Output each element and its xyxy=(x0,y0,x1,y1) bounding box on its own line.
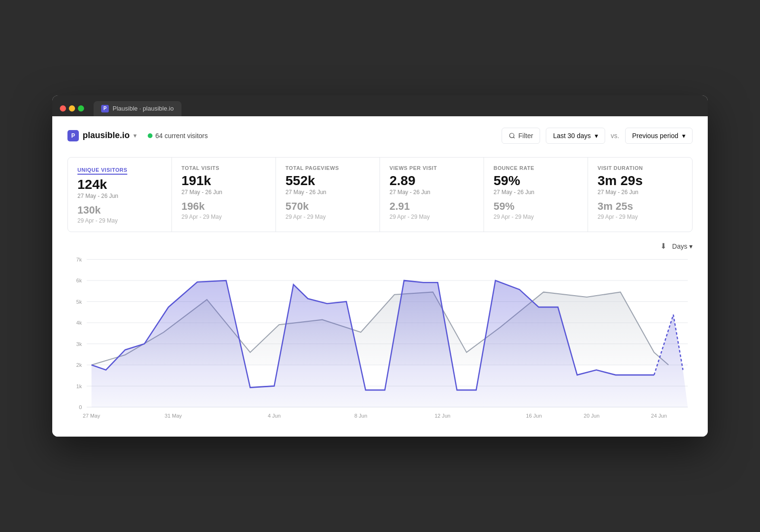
site-dropdown-chevron[interactable]: ▾ xyxy=(133,132,136,139)
site-name: plausible.io xyxy=(83,131,130,140)
stat-value-total-visits: 191k xyxy=(181,174,266,188)
comparison-chevron: ▾ xyxy=(682,132,685,140)
minimize-button[interactable] xyxy=(69,105,75,112)
comparison-dropdown[interactable]: Previous period ▾ xyxy=(625,128,693,144)
browser-window: P Plausible · plausible.io P plausible.i… xyxy=(52,95,708,437)
browser-chrome: P Plausible · plausible.io xyxy=(52,95,708,116)
traffic-lights xyxy=(60,105,84,112)
visitors-chart: 7k 6k 5k 4k 3k 2k 1k 0 xyxy=(67,254,693,425)
granularity-label: Days xyxy=(672,243,687,250)
stat-card-total-pageviews[interactable]: TOTAL PAGEVIEWS 552k 27 May - 26 Jun 570… xyxy=(276,158,380,232)
stat-prev-value-unique-visitors: 130k xyxy=(77,204,162,216)
logo-icon: P xyxy=(67,130,79,141)
stat-prev-value-visit-duration: 3m 25s xyxy=(598,200,683,213)
stat-label-unique-visitors: UNIQUE VISITORS xyxy=(77,167,127,175)
stats-grid: UNIQUE VISITORS 124k 27 May - 26 Jun 130… xyxy=(67,157,693,233)
svg-text:5k: 5k xyxy=(76,299,82,305)
stat-period-visit-duration: 27 May - 26 Jun xyxy=(598,189,683,196)
date-range-label: Last 30 days xyxy=(553,132,590,140)
svg-text:24 Jun: 24 Jun xyxy=(651,413,666,419)
stat-value-visit-duration: 3m 29s xyxy=(598,174,683,188)
stat-prev-period-unique-visitors: 29 Apr - 29 May xyxy=(77,217,162,224)
svg-line-1 xyxy=(513,137,515,138)
filter-label: Filter xyxy=(518,132,533,140)
chart-controls: ⬇ Days ▾ xyxy=(67,242,693,251)
header-controls: Filter Last 30 days ▾ vs. Previous perio… xyxy=(502,128,693,144)
svg-text:6k: 6k xyxy=(76,278,82,283)
stat-prev-value-total-visits: 196k xyxy=(181,200,266,213)
svg-text:27 May: 27 May xyxy=(83,413,100,419)
stat-prev-value-views-per-visit: 2.91 xyxy=(390,200,474,213)
granularity-chevron: ▾ xyxy=(689,243,693,250)
comparison-label: Previous period xyxy=(632,132,678,140)
svg-text:8 Jun: 8 Jun xyxy=(354,413,367,419)
stat-card-visit-duration[interactable]: VISIT DURATION 3m 29s 27 May - 26 Jun 3m… xyxy=(588,158,692,232)
svg-text:1k: 1k xyxy=(76,383,82,389)
stat-prev-value-bounce-rate: 59% xyxy=(494,200,578,213)
stat-label-bounce-rate: BOUNCE RATE xyxy=(494,165,578,171)
live-dot xyxy=(148,133,152,138)
stat-period-total-pageviews: 27 May - 26 Jun xyxy=(285,189,370,196)
date-range-chevron: ▾ xyxy=(595,132,598,140)
filter-button[interactable]: Filter xyxy=(502,128,540,144)
close-button[interactable] xyxy=(60,105,66,112)
current-visitors: 64 current visitors xyxy=(148,132,208,140)
search-icon xyxy=(509,132,515,139)
stat-label-visit-duration: VISIT DURATION xyxy=(598,165,683,171)
svg-text:2k: 2k xyxy=(76,362,82,368)
stat-prev-period-total-pageviews: 29 Apr - 29 May xyxy=(285,214,370,220)
svg-point-0 xyxy=(510,133,514,137)
svg-text:4k: 4k xyxy=(76,320,82,326)
stat-prev-period-total-visits: 29 Apr - 29 May xyxy=(181,214,266,220)
stat-period-views-per-visit: 27 May - 26 Jun xyxy=(390,189,474,196)
stat-value-views-per-visit: 2.89 xyxy=(390,174,474,188)
svg-text:12 Jun: 12 Jun xyxy=(435,413,450,419)
tab-favicon: P xyxy=(101,105,109,112)
stat-period-unique-visitors: 27 May - 26 Jun xyxy=(77,193,162,199)
granularity-dropdown[interactable]: Days ▾ xyxy=(672,243,693,250)
active-tab[interactable]: P Plausible · plausible.io xyxy=(94,101,181,116)
date-range-dropdown[interactable]: Last 30 days ▾ xyxy=(546,128,605,144)
svg-text:0: 0 xyxy=(79,404,82,410)
site-logo[interactable]: P plausible.io ▾ xyxy=(67,130,136,141)
stat-card-unique-visitors[interactable]: UNIQUE VISITORS 124k 27 May - 26 Jun 130… xyxy=(68,158,172,232)
stat-value-bounce-rate: 59% xyxy=(494,174,578,188)
stat-label-total-visits: TOTAL VISITS xyxy=(181,165,266,171)
stat-prev-period-views-per-visit: 29 Apr - 29 May xyxy=(390,214,474,220)
stat-label-total-pageviews: TOTAL PAGEVIEWS xyxy=(285,165,370,171)
svg-text:20 Jun: 20 Jun xyxy=(584,413,599,419)
svg-text:31 May: 31 May xyxy=(164,413,182,419)
stat-card-total-visits[interactable]: TOTAL VISITS 191k 27 May - 26 Jun 196k 2… xyxy=(172,158,276,232)
svg-text:7k: 7k xyxy=(76,257,82,262)
stat-period-bounce-rate: 27 May - 26 Jun xyxy=(494,189,578,196)
stat-label-views-per-visit: VIEWS PER VISIT xyxy=(390,165,474,171)
svg-text:3k: 3k xyxy=(76,341,82,347)
svg-text:4 Jun: 4 Jun xyxy=(268,413,281,419)
stat-prev-period-bounce-rate: 29 Apr - 29 May xyxy=(494,214,578,220)
visitors-count: 64 current visitors xyxy=(155,132,208,140)
stat-card-views-per-visit[interactable]: VIEWS PER VISIT 2.89 27 May - 26 Jun 2.9… xyxy=(380,158,484,232)
download-button[interactable]: ⬇ xyxy=(660,242,666,251)
stat-value-unique-visitors: 124k xyxy=(77,177,162,192)
stat-prev-period-visit-duration: 29 Apr - 29 May xyxy=(598,214,683,220)
page-content: P plausible.io ▾ 64 current visitors Fil… xyxy=(52,116,708,437)
tab-bar: P Plausible · plausible.io xyxy=(94,101,181,116)
maximize-button[interactable] xyxy=(78,105,84,112)
chart-container: 7k 6k 5k 4k 3k 2k 1k 0 xyxy=(67,254,693,425)
stat-card-bounce-rate[interactable]: BOUNCE RATE 59% 27 May - 26 Jun 59% 29 A… xyxy=(484,158,588,232)
stat-period-total-visits: 27 May - 26 Jun xyxy=(181,189,266,196)
tab-title: Plausible · plausible.io xyxy=(113,105,174,112)
svg-text:16 Jun: 16 Jun xyxy=(526,413,542,419)
vs-label: vs. xyxy=(611,132,619,140)
stat-prev-value-total-pageviews: 570k xyxy=(285,200,370,213)
site-header: P plausible.io ▾ 64 current visitors Fil… xyxy=(67,128,693,144)
stat-value-total-pageviews: 552k xyxy=(285,174,370,188)
